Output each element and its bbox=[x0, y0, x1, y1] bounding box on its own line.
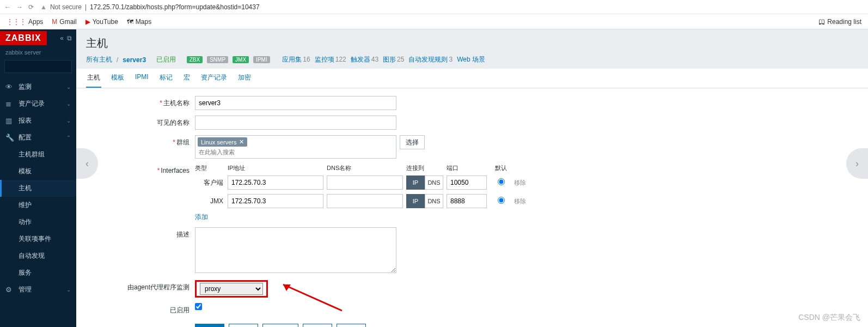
nav-config[interactable]: 🔧配置⌃ bbox=[0, 129, 76, 146]
search-input[interactable] bbox=[5, 63, 87, 70]
hdr-connect: 连接到 bbox=[406, 164, 447, 172]
conn-dns-button[interactable]: DNS bbox=[425, 175, 443, 190]
sub-discovery[interactable]: 自动发现 bbox=[0, 247, 76, 264]
reload-icon[interactable]: ⟳ bbox=[28, 3, 34, 11]
chevron-down-icon: ⌄ bbox=[66, 84, 71, 90]
tab-ipmi[interactable]: IPMI bbox=[134, 69, 150, 88]
conn-ip-button[interactable]: IP bbox=[406, 175, 425, 190]
visiblename-input[interactable] bbox=[195, 116, 396, 130]
host-form: *主机名称 可见的名称 *群组 Linux servers✕ 选择 *Inter bbox=[76, 88, 868, 327]
sub-hostgroups[interactable]: 主机群组 bbox=[0, 146, 76, 163]
nav-monitoring[interactable]: 👁监测⌄ bbox=[0, 78, 76, 95]
conn-ip-button[interactable]: IP bbox=[406, 194, 425, 208]
select-groups-button[interactable]: 选择 bbox=[400, 135, 425, 149]
sub-actions[interactable]: 动作 bbox=[0, 214, 76, 231]
iface-port-input[interactable] bbox=[447, 194, 487, 208]
iface-port-input[interactable] bbox=[447, 175, 487, 190]
sub-services[interactable]: 服务 bbox=[0, 264, 76, 281]
sub-maintenance[interactable]: 维护 bbox=[0, 197, 76, 214]
groups-multiselect[interactable]: Linux servers✕ bbox=[195, 135, 396, 159]
clone-button[interactable]: 克隆 bbox=[229, 324, 258, 327]
sidebar-search[interactable]: 🔍 bbox=[4, 60, 72, 73]
tab-tags[interactable]: 标记 bbox=[158, 69, 174, 88]
iface-remove-link[interactable]: 移除 bbox=[514, 197, 526, 205]
badge-snmp: SNMP bbox=[207, 56, 228, 63]
hdr-dns: DNS名称 bbox=[327, 164, 406, 172]
iface-dns-input[interactable] bbox=[327, 175, 403, 190]
enabled-checkbox[interactable] bbox=[195, 303, 202, 310]
tab-templates[interactable]: 模板 bbox=[110, 69, 125, 88]
chevron-down-icon: ⌄ bbox=[66, 118, 71, 124]
collapse-icon[interactable]: « bbox=[60, 34, 64, 42]
sub-templates[interactable]: 模板 bbox=[0, 163, 76, 180]
bc-graphs[interactable]: 图形25 bbox=[383, 55, 404, 64]
conn-dns-button[interactable]: DNS bbox=[425, 194, 443, 208]
close-icon[interactable]: ✕ bbox=[239, 138, 244, 146]
description-textarea[interactable] bbox=[195, 227, 396, 273]
tab-encryption[interactable]: 加密 bbox=[237, 69, 252, 88]
fullclone-button[interactable]: 全克隆 bbox=[262, 324, 298, 327]
nav-inventory[interactable]: ≣资产记录⌄ bbox=[0, 95, 76, 112]
hdr-ip: IP地址 bbox=[228, 164, 327, 172]
badge-ipmi: IPMI bbox=[253, 56, 270, 63]
watermark: CSDN @芒果会飞 bbox=[798, 313, 860, 323]
logo[interactable]: ZABBIX bbox=[0, 31, 47, 45]
not-secure-label: Not secure bbox=[50, 3, 82, 11]
iface-ip-input[interactable] bbox=[228, 194, 323, 208]
label-visiblename: 可见的名称 bbox=[157, 119, 190, 126]
back-icon[interactable]: ← bbox=[4, 3, 11, 11]
bc-all-hosts[interactable]: 所有主机 bbox=[86, 55, 112, 64]
sub-correlation[interactable]: 关联项事件 bbox=[0, 231, 76, 247]
add-interface-link[interactable]: 添加 bbox=[195, 213, 208, 221]
proxy-select[interactable]: proxy bbox=[200, 283, 263, 295]
label-description: 描述 bbox=[176, 231, 190, 238]
tab-inventory[interactable]: 资产记录 bbox=[200, 69, 228, 88]
reading-list[interactable]: 🕮Reading list bbox=[818, 18, 861, 26]
bc-discovery[interactable]: 自动发现规则3 bbox=[408, 55, 453, 64]
bc-items[interactable]: 监控项122 bbox=[315, 55, 346, 64]
forward-icon[interactable]: → bbox=[16, 3, 23, 11]
iface-remove-link[interactable]: 移除 bbox=[514, 179, 526, 187]
nav-admin[interactable]: ⚙管理⌄ bbox=[0, 281, 76, 298]
cancel-button[interactable]: 取消 bbox=[337, 324, 366, 327]
hdr-default: 默认 bbox=[490, 164, 512, 172]
label-groups: 群组 bbox=[176, 138, 190, 146]
apps-bookmark[interactable]: ⋮⋮⋮Apps bbox=[7, 18, 43, 26]
tabs: 主机 模板 IPMI 标记 宏 资产记录 加密 bbox=[76, 69, 868, 88]
maps-bookmark[interactable]: 🗺Maps bbox=[127, 18, 151, 26]
chevron-down-icon: ⌄ bbox=[66, 101, 71, 107]
bc-current[interactable]: server3 bbox=[123, 56, 146, 64]
bookmarks-bar: ⋮⋮⋮Apps MGmail ▶YouTube 🗺Maps 🕮Reading l… bbox=[0, 14, 868, 29]
hostname-input[interactable] bbox=[195, 96, 396, 110]
not-secure-icon: ▲ bbox=[40, 3, 47, 11]
label-interfaces: Interfaces bbox=[161, 167, 190, 174]
iface-ip-input[interactable] bbox=[228, 175, 323, 190]
bc-web[interactable]: Web 场景 bbox=[457, 55, 485, 64]
iface-default-radio[interactable] bbox=[498, 178, 505, 185]
groups-search-input[interactable] bbox=[198, 148, 394, 156]
bc-apps[interactable]: 应用集16 bbox=[282, 55, 310, 64]
tab-host[interactable]: 主机 bbox=[86, 69, 101, 88]
bc-triggers[interactable]: 触发器43 bbox=[351, 55, 378, 64]
url-text: 172.25.70.1/zabbix/hosts.php?form=update… bbox=[90, 3, 260, 11]
gmail-bookmark[interactable]: MGmail bbox=[52, 18, 76, 26]
annotation-highlight: proxy bbox=[195, 280, 268, 298]
browser-address-bar: ← → ⟳ ▲ Not secure | 172.25.70.1/zabbix/… bbox=[0, 0, 868, 14]
popout-icon[interactable]: ⧉ bbox=[67, 34, 72, 42]
interface-row: 客户端 IP DNS 移除 bbox=[195, 175, 526, 190]
hdr-type: 类型 bbox=[195, 164, 228, 172]
svg-marker-1 bbox=[283, 284, 291, 291]
delete-button[interactable]: 删除 bbox=[303, 324, 332, 327]
youtube-bookmark[interactable]: ▶YouTube bbox=[85, 18, 118, 26]
interface-row: JMX IP DNS 移除 bbox=[195, 194, 526, 208]
iface-default-radio[interactable] bbox=[498, 197, 505, 204]
iface-dns-input[interactable] bbox=[327, 194, 403, 208]
chevron-down-icon: ⌄ bbox=[66, 287, 71, 293]
tab-macros[interactable]: 宏 bbox=[182, 69, 191, 88]
sub-hosts[interactable]: 主机 bbox=[0, 180, 76, 197]
update-button[interactable]: 更新 bbox=[195, 324, 224, 327]
nav-reports[interactable]: ▥报表⌄ bbox=[0, 112, 76, 129]
group-chip[interactable]: Linux servers✕ bbox=[198, 137, 247, 147]
content: 主机 所有主机 / server3 已启用 ZBX SNMP JMX IPMI … bbox=[76, 29, 868, 327]
badge-jmx: JMX bbox=[233, 56, 249, 63]
